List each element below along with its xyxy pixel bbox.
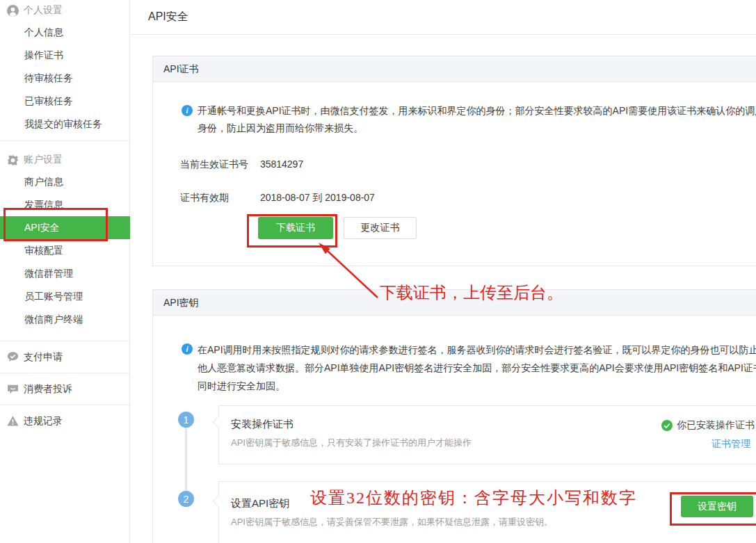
main-content: API安全 API证书 i 开通帐号和更换API证书时，由微信支付签发，用来标识… (131, 0, 756, 543)
current-certificate-row: 当前生效证书号 35814297 (180, 157, 303, 171)
sidebar: 个人设置 个人信息 操作证书 待审核任务 已审核任务 我提交的审核任务 账户设置… (0, 0, 130, 543)
sidebar-link-label: 违规记录 (24, 415, 63, 428)
step-description: API密钥属于敏感信息，只有安装了操作证书的用户才能操作 (231, 437, 756, 448)
certificate-installed-status: 你已安装操作证书 (661, 419, 755, 432)
field-label: 当前生效证书号 (180, 157, 257, 171)
change-certificate-button[interactable]: 更改证书 (344, 217, 417, 239)
info-icon: i (182, 105, 193, 116)
certificate-info-line: 身份，防止因为盗用而给你带来损失。 (198, 120, 756, 137)
sidebar-item-review-config[interactable]: 审核配置 (0, 239, 129, 262)
chat-check-icon (7, 351, 19, 363)
status-text: 你已安装操作证书 (677, 419, 755, 432)
sidebar-section-personal-settings: 个人设置 (0, 0, 129, 21)
step-title: 设置API密钥 (219, 482, 756, 510)
user-icon (7, 5, 19, 17)
sidebar-item-wechat-group[interactable]: 微信群管理 (0, 262, 129, 285)
sidebar-section-account-settings: 账户设置 (0, 149, 129, 170)
sidebar-link-label: 消费者投诉 (24, 383, 72, 396)
sidebar-link-consumer-complaints[interactable]: 消费者投诉 (0, 373, 129, 405)
step-connector-line (185, 427, 187, 491)
sidebar-item-merchant-info[interactable]: 商户信息 (0, 170, 129, 193)
sidebar-link-payment-application[interactable]: 支付申请 (0, 341, 129, 373)
field-label: 证书有效期 (180, 191, 257, 204)
step-install-certificate: 安装操作证书 API密钥属于敏感信息，只有安装了操作证书的用户才能操作 你已安装… (218, 405, 756, 464)
certificate-number: 35814297 (260, 159, 303, 170)
certificate-validity: 2018-08-07 到 2019-08-07 (260, 192, 375, 203)
sidebar-item-pending-review[interactable]: 待审核任务 (0, 67, 129, 90)
sidebar-item-invoice-info[interactable]: 发票信息 (0, 193, 129, 216)
info-icon: i (182, 343, 193, 355)
gear-icon (7, 154, 19, 166)
api-key-card-header: API密钥 (153, 290, 756, 316)
api-key-info-line: 他人恶意篡改请求数据。部分API单独使用API密钥签名进行安全加固，部分安全性要… (198, 359, 756, 377)
page-title: API安全 (148, 10, 188, 24)
step-1-badge: 1 (178, 412, 194, 428)
sidebar-item-personal-info[interactable]: 个人信息 (0, 21, 129, 44)
step-description: API密钥属于敏感信息，请妥善保管不要泄露，如果怀疑信息泄露，请重设密钥。 (231, 516, 756, 528)
sidebar-item-operation-cert[interactable]: 操作证书 (0, 44, 129, 67)
check-circle-icon (661, 420, 673, 431)
sidebar-item-reviewed[interactable]: 已审核任务 (0, 90, 129, 113)
sidebar-section-label: 账户设置 (24, 154, 63, 166)
api-key-info: i 在API调用时用来按照指定规则对你的请求参数进行签名，服务器收到你的请求时会… (182, 341, 756, 395)
warning-icon (7, 415, 19, 427)
download-certificate-button[interactable]: 下载证书 (258, 217, 333, 239)
sidebar-item-my-submitted[interactable]: 我提交的审核任务 (0, 113, 129, 136)
chat-icon (7, 383, 19, 395)
sidebar-item-merchant-terminal[interactable]: 微信商户终端 (0, 308, 129, 331)
sidebar-section-label: 个人设置 (24, 4, 63, 17)
certificate-validity-row: 证书有效期 2018-08-07 到 2019-08-07 (180, 191, 375, 204)
sidebar-link-label: 支付申请 (24, 351, 63, 364)
certificate-info-line: 开通帐号和更换API证书时，由微信支付签发，用来标识和界定你的身份；部分安全性要… (198, 102, 756, 120)
set-key-button[interactable]: 设置密钥 (681, 496, 753, 517)
step-2-badge: 2 (178, 491, 194, 507)
api-certificate-card-header: API证书 (153, 56, 756, 82)
certificate-info: i 开通帐号和更换API证书时，由微信支付签发，用来标识和界定你的身份；部分安全… (182, 102, 756, 137)
api-key-card: API密钥 i 在API调用时用来按照指定规则对你的请求参数进行签名，服务器收到… (152, 289, 756, 543)
certificate-manage-link[interactable]: 证书管理 (711, 438, 750, 451)
api-key-info-line: 同时进行安全加固。 (198, 377, 756, 395)
sidebar-item-api-security[interactable]: API安全 (0, 216, 130, 239)
api-key-info-line: 在API调用时用来按照指定规则对你的请求参数进行签名，服务器收到你的请求时会进行… (198, 341, 756, 359)
sidebar-item-staff-account[interactable]: 员工账号管理 (0, 285, 129, 308)
step-set-api-key: 设置API密钥 API密钥属于敏感信息，请妥善保管不要泄露，如果怀疑信息泄露，请… (218, 481, 756, 543)
api-certificate-card: API证书 i 开通帐号和更换API证书时，由微信支付签发，用来标识和界定你的身… (152, 56, 756, 266)
sidebar-link-violation-records[interactable]: 违规记录 (0, 405, 129, 437)
